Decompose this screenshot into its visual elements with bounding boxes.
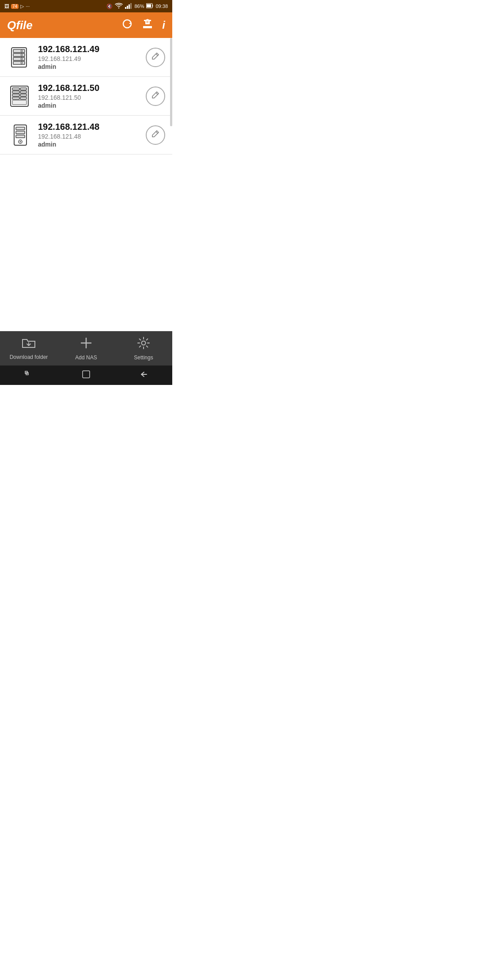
nav-add-nas-label: Add NAS <box>75 354 97 361</box>
nas-user-2: admin <box>38 102 146 109</box>
svg-rect-0 <box>125 7 126 9</box>
app-bar: Qfile ≡ i <box>0 12 172 38</box>
svg-rect-41 <box>83 371 90 378</box>
nas-ip-2: 192.168.121.50 <box>38 94 146 101</box>
nas-icon-wrap-2 <box>7 85 34 108</box>
svg-rect-14 <box>13 49 25 53</box>
edit-icon-3 <box>151 129 160 140</box>
nas-name-2: 192.168.121.50 <box>38 83 146 93</box>
nas-icon-wrap-1 <box>7 46 34 69</box>
edit-icon-1 <box>151 52 160 63</box>
svg-rect-27 <box>12 94 19 96</box>
svg-rect-26 <box>20 91 26 93</box>
svg-rect-31 <box>12 100 26 105</box>
signal-icon <box>125 3 132 10</box>
status-left-icons: 🖼 74 ▷ ··· <box>4 4 30 9</box>
status-bar: 🖼 74 ▷ ··· 🔇 86% <box>0 0 172 12</box>
settings-icon <box>137 336 150 353</box>
nas-info-3: 192.168.121.48 192.168.121.48 admin <box>38 122 146 148</box>
svg-rect-7 <box>143 26 152 27</box>
svg-rect-5 <box>147 4 151 8</box>
recent-apps-button[interactable] <box>24 370 34 381</box>
nas-item-2[interactable]: 192.168.121.50 192.168.121.50 admin <box>0 77 172 116</box>
svg-rect-1 <box>127 6 128 9</box>
nas-name-1: 192.168.121.49 <box>38 44 146 54</box>
svg-rect-16 <box>13 57 25 60</box>
status-right-icons: 🔇 86% 09:38 <box>106 3 168 10</box>
nas-device-icon-3 <box>9 124 32 147</box>
home-button[interactable] <box>81 369 91 381</box>
svg-rect-25 <box>12 91 19 93</box>
app-bar-actions: ≡ i <box>121 18 165 32</box>
nas-device-icon-1 <box>9 46 32 69</box>
svg-rect-3 <box>130 3 132 9</box>
svg-rect-23 <box>12 88 19 90</box>
battery-icon <box>146 3 153 9</box>
time-display: 09:38 <box>155 4 168 9</box>
svg-rect-29 <box>12 97 19 99</box>
android-nav-bar <box>0 366 172 385</box>
nas-item-1[interactable]: 192.168.121.49 192.168.121.49 admin <box>0 38 172 77</box>
nas-list: 192.168.121.49 192.168.121.49 admin <box>0 38 172 155</box>
svg-rect-28 <box>20 94 26 96</box>
mute-icon: 🔇 <box>106 4 113 9</box>
photo-icon: 🖼 <box>4 4 9 9</box>
svg-rect-34 <box>16 131 25 134</box>
nas-edit-btn-2[interactable] <box>146 87 165 106</box>
play-store-icon: ▷ <box>20 4 24 9</box>
empty-content-area <box>0 155 172 331</box>
svg-rect-8 <box>143 27 152 28</box>
nas-info-2: 192.168.121.50 192.168.121.50 admin <box>38 83 146 109</box>
battery-level: 86% <box>134 4 144 9</box>
svg-rect-2 <box>129 4 130 9</box>
edit-icon-2 <box>151 90 160 102</box>
svg-rect-33 <box>16 127 25 130</box>
nas-ip-3: 192.168.121.48 <box>38 133 146 140</box>
notification-badge: 74 <box>11 4 19 9</box>
nas-icon-wrap-3 <box>7 124 34 147</box>
nav-add-nas[interactable]: Add NAS <box>57 336 115 361</box>
svg-rect-17 <box>13 61 25 64</box>
nas-name-3: 192.168.121.48 <box>38 122 146 132</box>
nav-settings[interactable]: Settings <box>115 336 172 361</box>
nas-device-icon-2 <box>9 85 32 108</box>
app-title: Qfile <box>7 19 33 32</box>
nas-user-3: admin <box>38 141 146 148</box>
svg-rect-30 <box>20 97 26 99</box>
more-icon: ··· <box>26 4 30 9</box>
nas-item-3[interactable]: 192.168.121.48 192.168.121.48 admin <box>0 116 172 155</box>
nas-edit-btn-1[interactable] <box>146 48 165 67</box>
nav-download-folder[interactable]: Download folder <box>0 337 57 360</box>
bottom-nav: Download folder Add NAS Settings <box>0 331 172 366</box>
nas-user-1: admin <box>38 63 146 70</box>
nas-info-1: 192.168.121.49 192.168.121.49 admin <box>38 44 146 70</box>
svg-point-40 <box>142 341 146 345</box>
upload-button[interactable]: ≡ <box>142 18 153 32</box>
svg-point-37 <box>20 141 21 142</box>
nav-settings-label: Settings <box>134 354 153 361</box>
add-icon <box>80 336 93 353</box>
wifi-icon <box>115 3 123 10</box>
download-folder-icon <box>22 337 36 352</box>
scroll-indicator <box>170 38 172 126</box>
info-button[interactable]: i <box>162 19 165 31</box>
svg-rect-24 <box>20 88 26 90</box>
nas-edit-btn-3[interactable] <box>146 125 165 145</box>
svg-text:≡: ≡ <box>146 19 149 24</box>
svg-rect-15 <box>13 53 25 57</box>
nav-download-label: Download folder <box>10 354 48 360</box>
refresh-button[interactable] <box>121 18 133 32</box>
svg-rect-35 <box>16 135 25 138</box>
back-button[interactable] <box>139 370 148 381</box>
nas-ip-1: 192.168.121.49 <box>38 55 146 62</box>
